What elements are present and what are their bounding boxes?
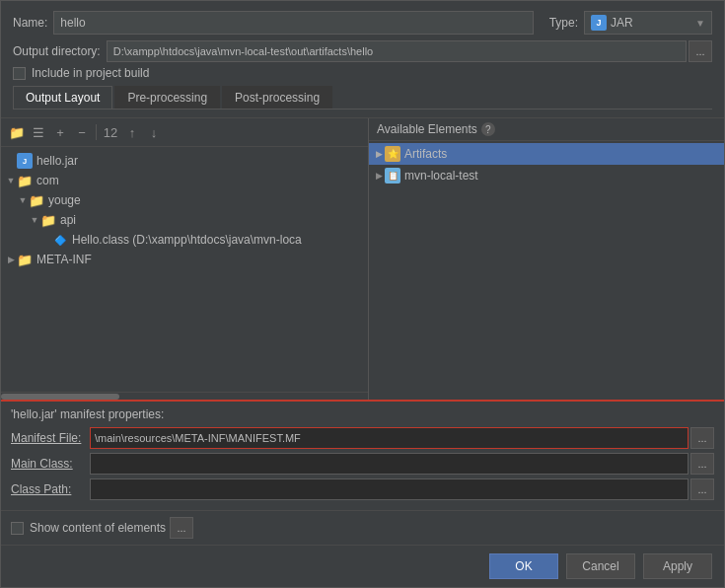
include-in-build-label: Include in project build [32,66,149,80]
expand-arrow-meta-inf: ▶ [5,254,17,265]
folder-icon-meta-inf: 📁 [17,252,33,267]
ok-button[interactable]: OK [489,553,558,579]
list-icon[interactable]: ☰ [29,122,48,142]
output-label: Output directory: [13,44,101,58]
add-icon[interactable]: + [50,122,70,142]
tree-label-meta-inf: META-INF [36,253,92,266]
available-elements-tree: ▶ ⭐ Artifacts ▶ 📋 mvn-local-test [369,141,724,400]
tab-post-processing[interactable]: Post-processing [222,86,332,109]
available-label-artifacts: Artifacts [404,147,447,161]
class-path-input[interactable] [90,478,689,500]
down-icon[interactable]: ↓ [144,122,164,142]
no-arrow [5,155,17,167]
class-path-row: Class Path: ... [11,478,714,500]
type-value: JAR [611,16,633,30]
tree-label-api: api [60,213,76,227]
cancel-button[interactable]: Cancel [566,553,635,579]
output-browse-button[interactable]: ... [689,40,712,62]
chevron-down-icon: ▼ [695,18,705,29]
main-class-browse-button[interactable]: ... [690,453,714,475]
tree-item-hello-class[interactable]: 🔷 Hello.class (D:\xampp\htdocs\java\mvn-… [36,230,368,250]
tree-item-api[interactable]: ▼ 📁 api [25,210,368,230]
apply-button[interactable]: Apply [643,553,712,579]
folder-icon[interactable]: 📁 [7,122,27,142]
manifest-file-input[interactable] [90,427,689,449]
right-panel: Available Elements ? ▶ ⭐ Artifacts ▶ 📋 m… [369,118,724,400]
tree-label-hello-jar: hello.jar [36,154,78,168]
name-label: Name: [13,16,47,30]
available-elements-header: Available Elements ? [369,118,724,141]
main-content: 📁 ☰ + − 12 ↑ ↓ J hello.jar ▼ 📁 [1,118,724,400]
main-class-label: Main Class: [11,457,90,471]
type-label: Type: [549,16,578,30]
class-icon: 🔷 [52,232,68,248]
show-content-more-button[interactable]: ... [170,517,193,539]
output-tree: J hello.jar ▼ 📁 com ▼ 📁 youge ▼ [1,147,368,392]
manifest-file-browse-button[interactable]: ... [690,427,714,449]
available-label-mvn: mvn-local-test [404,169,478,183]
folder-icon-api: 📁 [40,212,56,228]
dialog-footer: OK Cancel Apply [1,545,724,587]
name-input[interactable] [53,11,533,35]
main-class-input[interactable] [90,453,689,475]
tree-item-com[interactable]: ▼ 📁 com [1,171,368,190]
scrollbar-thumb[interactable] [1,394,119,400]
folder-icon-com: 📁 [17,173,33,188]
sort-icon[interactable]: 12 [101,122,120,142]
artifact-dialog: Name: Type: J JAR ▼ Output directory: ..… [0,0,725,588]
manifest-file-label: Manifest File: [11,431,90,445]
type-dropdown[interactable]: J JAR ▼ [584,11,712,35]
available-item-mvn[interactable]: ▶ 📋 mvn-local-test [369,165,724,186]
tabs-bar: Output Layout Pre-processing Post-proces… [13,86,712,110]
available-elements-label: Available Elements [377,122,477,136]
tree-toolbar: 📁 ☰ + − 12 ↑ ↓ [1,118,368,147]
expand-arrow-artifacts: ▶ [373,148,385,160]
tree-item-youge[interactable]: ▼ 📁 youge [13,190,368,210]
tree-item-hello-jar[interactable]: J hello.jar [1,151,368,171]
left-panel: 📁 ☰ + − 12 ↑ ↓ J hello.jar ▼ 📁 [1,118,369,400]
class-path-label: Class Path: [11,482,90,496]
show-content-row: Show content of elements ... [1,510,724,545]
project-icon: 📋 [385,168,400,184]
jar-icon: J [17,153,33,169]
folder-icon-youge: 📁 [29,192,44,208]
output-path-input[interactable] [107,40,687,62]
main-class-row: Main Class: ... [11,453,714,475]
tree-item-meta-inf[interactable]: ▶ 📁 META-INF [1,250,368,269]
class-path-browse-button[interactable]: ... [690,478,714,500]
tree-label-com: com [36,174,59,187]
jar-type-icon: J [591,15,607,31]
show-content-checkbox[interactable] [11,522,24,535]
show-content-label: Show content of elements [30,521,166,535]
dialog-header: Name: Type: J JAR ▼ Output directory: ..… [1,1,724,118]
toolbar-separator [96,124,97,140]
expand-arrow-mvn: ▶ [373,170,385,182]
manifest-section: 'hello.jar' manifest properties: Manifes… [1,400,724,510]
available-item-artifacts[interactable]: ▶ ⭐ Artifacts [369,143,724,165]
help-icon[interactable]: ? [481,122,495,136]
artifacts-icon: ⭐ [385,146,400,162]
horizontal-scrollbar[interactable] [1,392,368,400]
tree-label-hello-class: Hello.class (D:\xampp\htdocs\java\mvn-lo… [72,233,302,247]
collapse-arrow-com: ▼ [5,175,17,186]
remove-icon[interactable]: − [72,122,92,142]
manifest-file-row: Manifest File: ... [11,427,714,449]
no-arrow-class [40,234,52,246]
tab-pre-processing[interactable]: Pre-processing [114,86,220,109]
tree-label-youge: youge [48,193,81,207]
tab-output-layout[interactable]: Output Layout [13,86,112,109]
collapse-arrow-api: ▼ [29,214,40,226]
include-in-build-checkbox[interactable] [13,67,26,80]
up-icon[interactable]: ↑ [122,122,142,142]
manifest-title: 'hello.jar' manifest properties: [11,407,714,421]
collapse-arrow-youge: ▼ [17,194,29,206]
